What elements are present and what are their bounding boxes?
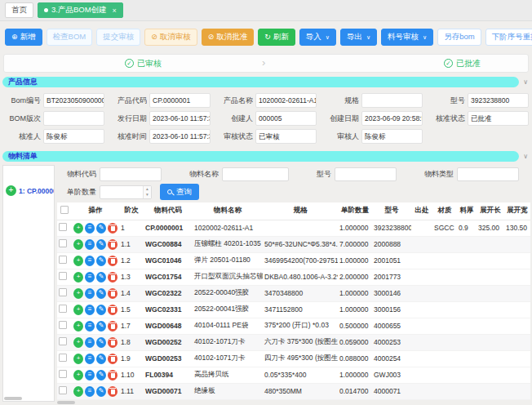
material-code-link[interactable]: CP.0000001	[144, 220, 193, 236]
material-type-input[interactable]	[457, 167, 519, 181]
row-checkbox[interactable]	[59, 272, 67, 280]
material-code-link[interactable]: WGC01754	[144, 269, 193, 285]
model-input[interactable]	[335, 167, 397, 181]
detail-button[interactable]: ≡	[85, 305, 95, 315]
edit-button[interactable]: ✎	[96, 321, 106, 332]
save-as-bom-button[interactable]: 另存bom	[437, 29, 481, 46]
edit-button[interactable]: ✎	[96, 305, 106, 315]
detail-button[interactable]: ≡	[85, 239, 95, 250]
edit-button[interactable]: ✎	[96, 386, 106, 397]
check-bom-button[interactable]: 检查BOM	[47, 29, 93, 46]
delete-button[interactable]	[108, 256, 117, 266]
refresh-icon: ↻	[264, 33, 271, 41]
row-checkbox[interactable]	[59, 223, 67, 231]
edit-button[interactable]: ✎	[96, 337, 106, 348]
material-name-input[interactable]	[222, 167, 289, 181]
refresh-button[interactable]: ↻刷新	[258, 29, 295, 46]
delete-button[interactable]	[108, 386, 117, 397]
detail-button[interactable]: ≡	[85, 223, 95, 234]
edit-button[interactable]: ✎	[96, 272, 106, 283]
submit-review-button[interactable]: 提交审核	[96, 29, 140, 46]
qty-stepper[interactable]: ▴▾	[143, 186, 151, 198]
row-checkbox[interactable]	[59, 305, 67, 313]
delete-button[interactable]	[108, 354, 117, 364]
delete-button[interactable]	[108, 223, 117, 234]
delete-button[interactable]	[108, 272, 117, 283]
edit-button[interactable]: ✎	[96, 256, 106, 266]
material-code-link[interactable]: WGC02331	[144, 301, 193, 318]
add-row-button[interactable]: +	[73, 354, 83, 364]
delete-button[interactable]	[108, 370, 117, 381]
material-code-link[interactable]: WGD00071	[144, 383, 193, 399]
close-icon[interactable]: ×	[113, 7, 117, 15]
row-checkbox[interactable]	[59, 386, 67, 394]
add-row-button[interactable]: +	[73, 288, 83, 299]
add-row-button[interactable]: +	[73, 305, 83, 315]
stepper-down-icon[interactable]: ▾	[144, 192, 151, 198]
detail-button[interactable]: ≡	[85, 288, 95, 299]
material-code-input[interactable]	[100, 167, 162, 181]
thickness-cell	[457, 236, 477, 252]
edit-button[interactable]: ✎	[96, 370, 106, 381]
delete-button[interactable]	[108, 288, 117, 299]
delete-button[interactable]	[108, 337, 117, 348]
detail-button[interactable]: ≡	[85, 370, 95, 381]
detail-button[interactable]: ≡	[85, 272, 95, 283]
delete-button[interactable]	[108, 321, 117, 332]
row-checkbox[interactable]	[59, 337, 67, 345]
expand-plus-icon[interactable]: +	[6, 185, 16, 196]
source-cell	[411, 350, 432, 367]
import-button[interactable]: 导入∨	[299, 29, 336, 46]
detail-button[interactable]: ≡	[85, 386, 95, 397]
material-code-link[interactable]: WGD00648	[144, 318, 193, 334]
add-row-button[interactable]: +	[73, 386, 83, 397]
tree-node-root[interactable]: + 1: CP.00000	[6, 185, 54, 196]
material-code-link[interactable]: FL00394	[144, 367, 193, 383]
row-checkbox[interactable]	[59, 288, 67, 296]
material-code-link[interactable]: WGC02322	[144, 285, 193, 301]
add-row-button[interactable]: +	[73, 256, 83, 266]
row-checkbox[interactable]	[59, 354, 67, 362]
cancel-approve-button[interactable]: ⊘取消批准	[202, 29, 255, 46]
detail-button[interactable]: ≡	[85, 321, 95, 332]
tab-home[interactable]: 首页	[5, 2, 33, 18]
item-review-button[interactable]: 料号审核∨	[381, 29, 433, 46]
edit-button[interactable]: ✎	[96, 354, 106, 364]
select-all-checkbox[interactable]	[60, 206, 69, 214]
export-button[interactable]: 导出∨	[340, 29, 377, 46]
row-checkbox[interactable]	[59, 256, 67, 264]
add-row-button[interactable]: +	[73, 223, 83, 234]
detail-button[interactable]: ≡	[85, 256, 95, 266]
add-row-button[interactable]: +	[73, 337, 83, 348]
collapse-icon[interactable]: ∨	[523, 78, 528, 86]
resort-button[interactable]: 下阶序号重排	[485, 29, 532, 46]
stepper-up-icon[interactable]: ▴	[144, 186, 151, 193]
detail-button[interactable]: ≡	[85, 354, 95, 364]
trash-icon	[111, 373, 115, 378]
material-code-link[interactable]: WGC00884	[144, 236, 193, 252]
add-row-button[interactable]: +	[73, 272, 83, 283]
add-row-button[interactable]: +	[73, 370, 83, 381]
add-row-button[interactable]: +	[73, 321, 83, 332]
add-row-button[interactable]: +	[73, 239, 83, 250]
row-checkbox[interactable]	[59, 370, 67, 378]
edit-button[interactable]: ✎	[96, 223, 106, 234]
edit-button[interactable]: ✎	[96, 288, 106, 299]
row-checkbox[interactable]	[59, 321, 67, 329]
detail-button[interactable]: ≡	[85, 337, 95, 348]
edit-button[interactable]: ✎	[96, 239, 106, 250]
tree-horizontal-scrollbar[interactable]	[4, 397, 22, 400]
scrollbar-thumb[interactable]	[57, 401, 75, 404]
material-code-link[interactable]: WGD00252	[144, 334, 193, 350]
column-header: 展开宽	[504, 202, 530, 220]
cancel-review-button[interactable]: ⊘取消审核	[144, 29, 197, 46]
delete-button[interactable]	[108, 239, 117, 250]
add-button[interactable]: ⊕新增	[5, 29, 42, 46]
query-button[interactable]: 查询	[160, 184, 199, 200]
material-code-link[interactable]: WGC01046	[144, 252, 193, 269]
tab-product-bom-create[interactable]: 3.产品BOM创建 ×	[38, 2, 123, 18]
row-checkbox[interactable]	[59, 239, 67, 247]
delete-button[interactable]	[108, 305, 117, 315]
collapse-icon[interactable]: ∨	[523, 153, 528, 160]
material-code-link[interactable]: WGD00253	[144, 350, 193, 367]
